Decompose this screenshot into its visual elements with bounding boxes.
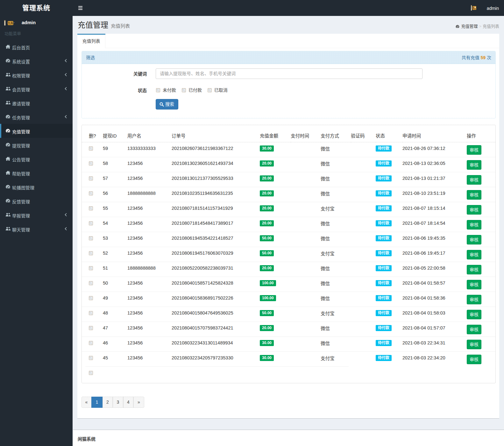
svg-text:九车: 九车 xyxy=(7,21,13,25)
